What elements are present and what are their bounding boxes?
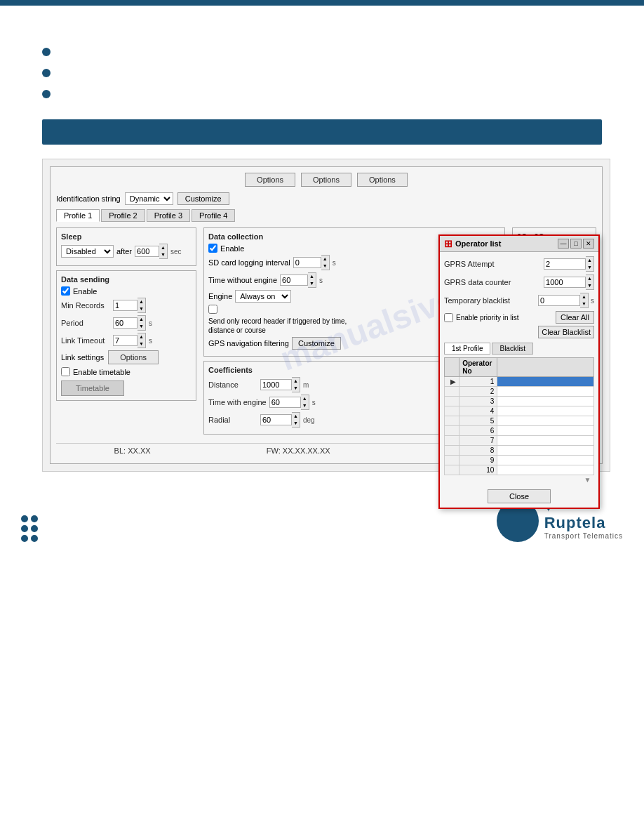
temp-blacklist-unit: s (591, 297, 594, 305)
distance-arrows[interactable]: ▲▼ (292, 377, 300, 392)
top-bar (0, 0, 644, 6)
customize-btn[interactable]: Customize (177, 192, 229, 205)
clear-blacklist-btn[interactable]: Clear Blacklist (538, 326, 594, 338)
link-timeout-arrows[interactable]: ▲▼ (137, 333, 146, 348)
gprs-data-counter-input[interactable] (544, 277, 586, 288)
profile-tab-3[interactable]: Profile 3 (147, 209, 190, 222)
gps-filter-label: GPS navigation filtering (208, 339, 289, 348)
dialog-close-x-btn[interactable]: ✕ (583, 239, 594, 249)
radial-arrows[interactable]: ▲▼ (292, 412, 300, 428)
table-row[interactable]: 9 (445, 456, 594, 465)
temp-blacklist-input[interactable] (538, 295, 580, 306)
table-row[interactable]: 5 (445, 416, 594, 426)
temp-blacklist-input-group: ▲▼ (538, 293, 589, 308)
temp-blacklist-arrows[interactable]: ▲▼ (580, 293, 589, 308)
link-timeout-label: Link Timeout (61, 336, 110, 345)
dialog-maximize-btn[interactable]: □ (570, 239, 582, 249)
sleep-mode-select[interactable]: Disabled (61, 245, 114, 258)
id-select[interactable]: Dynamic (125, 192, 173, 205)
timetable-btn[interactable]: Timetable (61, 380, 124, 396)
table-row[interactable]: 4 (445, 406, 594, 416)
status-bl: BL: XX.XX (114, 446, 151, 455)
table-row[interactable]: 8 (445, 446, 594, 456)
dialog-close-btn[interactable]: Close (488, 489, 551, 503)
bullet-dot-1 (42, 48, 51, 56)
table-row[interactable]: 3 (445, 397, 594, 406)
min-records-input[interactable] (113, 300, 137, 311)
left-col: Sleep Disabled after ▲▼ (56, 227, 196, 439)
profile-tab-2[interactable]: Profile 2 (101, 209, 145, 222)
gprs-data-counter-arrows[interactable]: ▲▼ (586, 274, 594, 290)
options-btn-1[interactable]: Options (245, 173, 295, 187)
row-arrow-cell (445, 426, 459, 436)
row-value-cell[interactable] (497, 426, 594, 436)
row-value-cell[interactable] (497, 446, 594, 456)
dc-enable-checkbox[interactable] (208, 244, 217, 253)
options-btn-2[interactable]: Options (301, 173, 351, 187)
dot-4 (31, 525, 38, 532)
period-arrows[interactable]: ▲▼ (137, 315, 146, 331)
dot-row-3 (21, 535, 38, 542)
dialog-tab-1st-profile[interactable]: 1st Profile (444, 343, 490, 355)
bullet-dot-2 (42, 69, 51, 77)
logo-sub: Transport Telematics (544, 532, 623, 540)
row-value-cell[interactable] (497, 436, 594, 446)
dialog-tab-blacklist[interactable]: Blacklist (492, 343, 533, 355)
link-timeout-input[interactable] (113, 335, 137, 346)
table-row[interactable]: 6 (445, 426, 594, 436)
sleep-group: Sleep Disabled after ▲▼ (56, 227, 196, 266)
period-label: Period (61, 319, 110, 327)
table-header-num (445, 358, 459, 377)
row-value-cell[interactable] (497, 387, 594, 397)
engine-select[interactable]: Always on (235, 290, 291, 303)
row-value-cell[interactable] (497, 465, 594, 475)
gprs-attempt-arrows[interactable]: ▲▼ (586, 256, 594, 272)
row-value-cell[interactable] (497, 397, 594, 406)
profile-tab-4[interactable]: Profile 4 (192, 209, 235, 222)
time-with-engine-input[interactable] (269, 397, 301, 408)
table-row[interactable]: 10 (445, 465, 594, 475)
sleep-label: Sleep (61, 232, 192, 241)
min-records-arrows[interactable]: ▲▼ (137, 298, 146, 313)
table-row[interactable]: 7 (445, 436, 594, 446)
distance-input[interactable] (260, 379, 292, 390)
gprs-attempt-input[interactable] (544, 258, 586, 270)
send-only-checkbox[interactable] (208, 305, 217, 314)
table-row[interactable]: ▶1 (445, 377, 594, 387)
dialog-minimize-btn[interactable]: — (558, 239, 569, 249)
period-row: Period ▲▼ s (61, 315, 192, 331)
row-arrow-cell (445, 456, 459, 465)
priority-label: Enable priority in list (456, 314, 518, 322)
link-timeout-unit: s (149, 337, 152, 345)
row-value-cell[interactable] (497, 406, 594, 416)
period-input[interactable] (113, 317, 137, 329)
sleep-after-input[interactable] (135, 246, 159, 257)
link-settings-btn[interactable]: Options (108, 350, 159, 364)
profile-tab-1[interactable]: Profile 1 (56, 209, 100, 222)
radial-input[interactable] (260, 414, 292, 425)
time-without-engine-input[interactable] (280, 274, 308, 286)
priority-checkbox[interactable] (444, 313, 453, 322)
table-row[interactable]: 2 (445, 387, 594, 397)
engine-label: Engine (208, 292, 232, 300)
clear-all-btn[interactable]: Clear All (556, 311, 594, 324)
sleep-field-row: Disabled after ▲▼ sec (61, 244, 192, 259)
options-btn-3[interactable]: Options (357, 173, 408, 187)
timetable-checkbox[interactable] (61, 367, 70, 376)
sd-card-input[interactable] (293, 257, 321, 268)
priority-check-row: Enable priority in list (444, 313, 518, 322)
sd-card-arrows[interactable]: ▲▼ (321, 255, 330, 270)
table-header-operator-no: Operator No (459, 358, 497, 377)
sleep-arrows[interactable]: ▲▼ (159, 244, 168, 259)
enable-checkbox[interactable] (61, 286, 70, 296)
status-fw: FW: XX.XX.XX.XX (267, 446, 330, 455)
time-with-engine-arrows[interactable]: ▲▼ (301, 395, 309, 410)
send-only-label: Send only record header if triggered by … (208, 317, 349, 335)
gps-customize-btn[interactable]: Customize (292, 337, 341, 350)
time-without-engine-arrows[interactable]: ▲▼ (308, 272, 316, 288)
row-value-cell[interactable] (497, 377, 594, 387)
sleep-sec: sec (170, 248, 182, 256)
row-value-cell[interactable] (497, 416, 594, 426)
timetable-label: Enable timetable (73, 368, 130, 376)
row-value-cell[interactable] (497, 456, 594, 465)
